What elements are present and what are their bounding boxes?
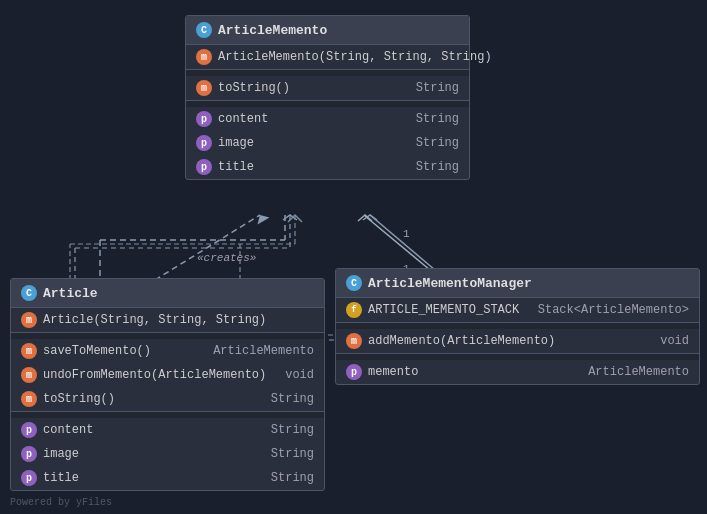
table-row: p content String	[186, 107, 469, 131]
field-type: String	[261, 471, 314, 485]
method-name: ArticleMemento(String, String, String)	[218, 50, 492, 64]
svg-marker-1	[254, 212, 270, 225]
return-type: void	[275, 368, 314, 382]
field-type: String	[261, 423, 314, 437]
field-icon: p	[21, 422, 37, 438]
table-row: p image String	[186, 131, 469, 155]
article-memento-manager-title: ArticleMementoManager	[368, 276, 532, 291]
article-class: C Article m Article(String, String, Stri…	[10, 278, 325, 491]
field-name: image	[43, 447, 255, 461]
method-icon: m	[346, 333, 362, 349]
method-name: saveToMemento()	[43, 344, 197, 358]
field-type: String	[406, 136, 459, 150]
return-type: String	[406, 81, 459, 95]
multiplicity-label-1: 1	[403, 228, 410, 240]
article-memento-constructors: m ArticleMemento(String, String, String)	[186, 45, 469, 70]
method-icon: m	[196, 49, 212, 65]
field-type: ArticleMemento	[578, 365, 689, 379]
svg-line-15	[365, 216, 430, 270]
field-icon: p	[196, 159, 212, 175]
method-icon: m	[21, 391, 37, 407]
table-row: p memento ArticleMemento	[336, 360, 699, 384]
article-memento-manager-class: C ArticleMementoManager f ARTICLE_MEMENT…	[335, 268, 700, 385]
table-row: m saveToMemento() ArticleMemento	[11, 339, 324, 363]
article-memento-manager-header: C ArticleMementoManager	[336, 269, 699, 298]
svg-line-0	[155, 215, 260, 280]
article-title: Article	[43, 286, 98, 301]
field-name: title	[43, 471, 255, 485]
article-header: C Article	[11, 279, 324, 308]
static-field-icon: f	[346, 302, 362, 318]
field-icon: p	[196, 135, 212, 151]
article-constructors: m Article(String, String, String)	[11, 308, 324, 333]
table-row: m toString() String	[186, 76, 469, 100]
field-name: content	[218, 112, 400, 126]
diagram-container: «creates» 1 1 C ArticleMemento m Article…	[0, 0, 707, 514]
method-name: undoFromMemento(ArticleMemento)	[43, 368, 269, 382]
field-type: Stack<ArticleMemento>	[528, 303, 689, 317]
table-row: m addMemento(ArticleMemento) void	[336, 329, 699, 353]
table-row: p content String	[11, 418, 324, 442]
return-type: void	[650, 334, 689, 348]
method-name: toString()	[218, 81, 400, 95]
creates-label: «creates»	[197, 252, 256, 264]
field-name: memento	[368, 365, 572, 379]
table-row: p title String	[11, 466, 324, 490]
method-icon: m	[21, 343, 37, 359]
article-memento-class: C ArticleMemento m ArticleMemento(String…	[185, 15, 470, 180]
watermark: Powered by yFiles	[10, 497, 112, 508]
table-row: m toString() String	[11, 387, 324, 411]
class-icon-c: C	[196, 22, 212, 38]
manager-fields: p memento ArticleMemento	[336, 360, 699, 384]
table-row: p image String	[11, 442, 324, 466]
return-type: String	[261, 392, 314, 406]
field-type: String	[406, 112, 459, 126]
return-type: ArticleMemento	[203, 344, 314, 358]
field-name: title	[218, 160, 400, 174]
field-name: ARTICLE_MEMENTO_STACK	[368, 303, 522, 317]
field-type: String	[406, 160, 459, 174]
article-memento-methods: m toString() String	[186, 76, 469, 101]
class-icon-c: C	[346, 275, 362, 291]
table-row: m undoFromMemento(ArticleMemento) void	[11, 363, 324, 387]
article-methods: m saveToMemento() ArticleMemento m undoF…	[11, 339, 324, 412]
field-icon: p	[196, 111, 212, 127]
table-row: m ArticleMemento(String, String, String)	[186, 45, 469, 69]
field-name: image	[218, 136, 400, 150]
field-type: String	[261, 447, 314, 461]
method-name: Article(String, String, String)	[43, 313, 314, 327]
method-name: addMemento(ArticleMemento)	[368, 334, 644, 348]
field-name: content	[43, 423, 255, 437]
method-icon: m	[196, 80, 212, 96]
method-icon: m	[21, 367, 37, 383]
article-memento-fields: p content String p image String p title …	[186, 107, 469, 179]
article-memento-header: C ArticleMemento	[186, 16, 469, 45]
article-memento-title: ArticleMemento	[218, 23, 327, 38]
table-row: p title String	[186, 155, 469, 179]
class-icon-c: C	[21, 285, 37, 301]
field-icon: p	[21, 470, 37, 486]
manager-static-fields: f ARTICLE_MEMENTO_STACK Stack<ArticleMem…	[336, 298, 699, 323]
method-name: toString()	[43, 392, 255, 406]
field-icon: p	[21, 446, 37, 462]
field-icon: p	[346, 364, 362, 380]
article-fields: p content String p image String p title …	[11, 418, 324, 490]
svg-line-9	[370, 215, 435, 270]
table-row: f ARTICLE_MEMENTO_STACK Stack<ArticleMem…	[336, 298, 699, 322]
manager-methods: m addMemento(ArticleMemento) void	[336, 329, 699, 354]
table-row: m Article(String, String, String)	[11, 308, 324, 332]
method-icon: m	[21, 312, 37, 328]
